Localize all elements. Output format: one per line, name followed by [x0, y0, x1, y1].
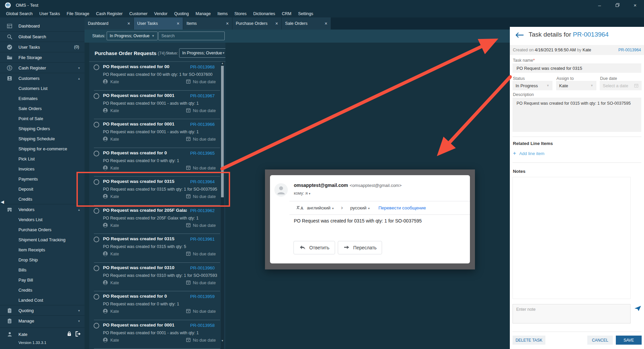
- sidebar-subitem[interactable]: Pick List: [0, 154, 85, 164]
- sidebar-subitem[interactable]: Purchase Orders: [0, 225, 85, 235]
- sidebar-collapse-icon[interactable]: ◀: [1, 199, 4, 204]
- due-date-picker[interactable]: Select a date: [600, 81, 642, 90]
- sidebar-subitem[interactable]: Point of Sale: [0, 113, 85, 123]
- sidebar-subitem[interactable]: Drop Ship: [0, 255, 85, 265]
- task-radio[interactable]: [94, 208, 99, 214]
- task-id-link[interactable]: PR-0013968: [190, 64, 215, 69]
- sidebar-subitem[interactable]: Landed Cost: [0, 295, 85, 305]
- menu-item[interactable]: Quoting: [171, 11, 192, 16]
- sidebar-item[interactable]: Vendors ▴: [0, 204, 85, 214]
- menu-item[interactable]: Manage: [192, 11, 214, 16]
- sidebar-subitem[interactable]: Deposit: [0, 184, 85, 194]
- task-id-link[interactable]: PR-0013961: [190, 237, 215, 242]
- menu-item[interactable]: Dictionaries: [250, 11, 278, 16]
- task-id-link[interactable]: PR-0013958: [190, 323, 215, 328]
- task-id-link[interactable]: PR-0013960: [190, 265, 215, 270]
- task-list-item[interactable]: PO Request was created for 0001 PR-00139…: [89, 320, 225, 349]
- task-radio[interactable]: [94, 151, 99, 156]
- target-language-dropdown[interactable]: русский▾: [350, 205, 370, 210]
- status-select[interactable]: In Progress ▼: [513, 81, 552, 90]
- lock-icon[interactable]: [66, 331, 72, 337]
- task-name-field[interactable]: PO Request was created for 0315: [513, 63, 641, 73]
- task-list-item[interactable]: PO Request was created for 0001 PR-00139…: [89, 119, 225, 148]
- menu-item[interactable]: Stores: [231, 11, 250, 16]
- sidebar-subitem[interactable]: Estimates: [0, 93, 85, 103]
- logout-icon[interactable]: [75, 331, 81, 337]
- sidebar-subitem[interactable]: Item Receipts: [0, 245, 85, 255]
- sidebar-subitem[interactable]: Invoices: [0, 164, 85, 174]
- reply-button[interactable]: Ответить: [293, 241, 335, 254]
- search-input[interactable]: [158, 32, 225, 40]
- task-list-item[interactable]: PO Request was created for 0310 PR-00139…: [89, 263, 225, 292]
- menu-item[interactable]: User Tasks: [36, 11, 63, 16]
- task-id-link[interactable]: PR-0013967: [190, 93, 215, 98]
- sidebar-item[interactable]: $ Cash Register ▾: [0, 62, 85, 73]
- sidebar-item[interactable]: Global Search: [0, 31, 85, 42]
- delete-task-button[interactable]: DELETE TASK: [513, 336, 545, 345]
- tab[interactable]: Dashboard ×: [85, 17, 133, 30]
- sidebar-item[interactable]: User Tasks (0): [0, 42, 85, 52]
- task-ref-link[interactable]: PR-0013964: [619, 48, 641, 52]
- sidebar-item[interactable]: ? Quoting ▾: [0, 305, 85, 315]
- menu-item[interactable]: Settings: [295, 11, 317, 16]
- task-radio[interactable]: [94, 122, 99, 128]
- task-radio[interactable]: [94, 93, 99, 99]
- tab[interactable]: Purchase Orders ×: [232, 17, 281, 30]
- sidebar-item[interactable]: Dashboard: [0, 21, 85, 31]
- tab[interactable]: Items ×: [183, 17, 232, 30]
- sidebar-subitem[interactable]: Sale Orders: [0, 103, 85, 113]
- sidebar-item[interactable]: Manage ▾: [0, 315, 85, 326]
- sidebar-subitem[interactable]: Shipping Orders: [0, 123, 85, 134]
- sidebar-subitem[interactable]: Shipping Schedule: [0, 134, 85, 144]
- tab[interactable]: Sale Orders ×: [282, 17, 331, 30]
- sidebar-item[interactable]: File Storage: [0, 52, 85, 62]
- tab-close-icon[interactable]: ×: [273, 21, 278, 26]
- task-list-item[interactable]: PO Request was created for 0 PR-0013959 …: [89, 291, 225, 320]
- sidebar-subitem[interactable]: Shipment Load Tracking: [0, 235, 85, 245]
- forward-button[interactable]: Переслать: [338, 241, 382, 254]
- menu-item[interactable]: File Storage: [63, 11, 93, 16]
- cancel-button[interactable]: CANCEL: [587, 336, 613, 345]
- sidebar-subitem[interactable]: Credits: [0, 285, 85, 295]
- restore-button[interactable]: [608, 0, 626, 10]
- task-radio[interactable]: [94, 265, 99, 271]
- task-id-link[interactable]: PR-0013965: [190, 151, 215, 156]
- menu-item[interactable]: Items: [214, 11, 231, 16]
- task-radio[interactable]: [94, 323, 99, 329]
- sidebar-subitem[interactable]: Customers List: [0, 83, 85, 93]
- sidebar-subitem[interactable]: Shipping for e-commerce: [0, 144, 85, 154]
- menu-item[interactable]: CRM: [278, 11, 294, 16]
- task-list-item[interactable]: PO Request was created for 0001 PR-00139…: [89, 91, 225, 119]
- sidebar-subitem[interactable]: Pay Bill: [0, 275, 85, 285]
- minimize-button[interactable]: –: [591, 0, 608, 10]
- task-list-item[interactable]: PO Request was created for 205F Galax PR…: [89, 205, 225, 234]
- note-input[interactable]: [513, 304, 631, 323]
- tab-close-icon[interactable]: ×: [323, 21, 327, 26]
- status-filter-dropdown[interactable]: In Progress; Overdue ▼: [107, 32, 158, 40]
- list-status-dropdown[interactable]: In Progress; Overdue ▼: [179, 48, 225, 58]
- scroll-up-icon[interactable]: ▴: [221, 61, 224, 65]
- sidebar-subitem[interactable]: Bills: [0, 265, 85, 275]
- sidebar-subitem[interactable]: Credits: [0, 194, 85, 204]
- source-language-dropdown[interactable]: английский▾: [307, 205, 334, 210]
- task-id-link[interactable]: PR-0013966: [190, 122, 215, 127]
- add-line-item-link[interactable]: + Add line item: [513, 150, 544, 157]
- task-id-link[interactable]: PR-0013962: [190, 208, 215, 213]
- task-radio[interactable]: [94, 294, 99, 300]
- description-field[interactable]: PO Request was created for 0315 with qty…: [513, 98, 641, 132]
- sidebar-item[interactable]: Customers ▴: [0, 73, 85, 83]
- menu-item[interactable]: Cash Register: [93, 11, 126, 16]
- task-radio[interactable]: [94, 64, 99, 70]
- email-to[interactable]: кому: я ▾: [294, 191, 310, 196]
- task-radio[interactable]: [94, 237, 99, 242]
- back-arrow-icon[interactable]: [515, 32, 524, 38]
- task-list-item[interactable]: PO Request was created for 0315 PR-00139…: [89, 234, 225, 263]
- send-note-icon[interactable]: [634, 305, 641, 312]
- tab-close-icon[interactable]: ×: [125, 21, 130, 26]
- menu-item[interactable]: Vendor: [151, 11, 171, 16]
- menu-item[interactable]: Global Search: [3, 11, 36, 16]
- tab[interactable]: User Tasks ×: [134, 17, 183, 30]
- translate-message-link[interactable]: Перевести сообщение: [378, 205, 426, 210]
- task-list-item[interactable]: PO Request was created for 00 PR-0013968…: [89, 62, 225, 91]
- task-id-link[interactable]: PR-0013959: [190, 294, 215, 299]
